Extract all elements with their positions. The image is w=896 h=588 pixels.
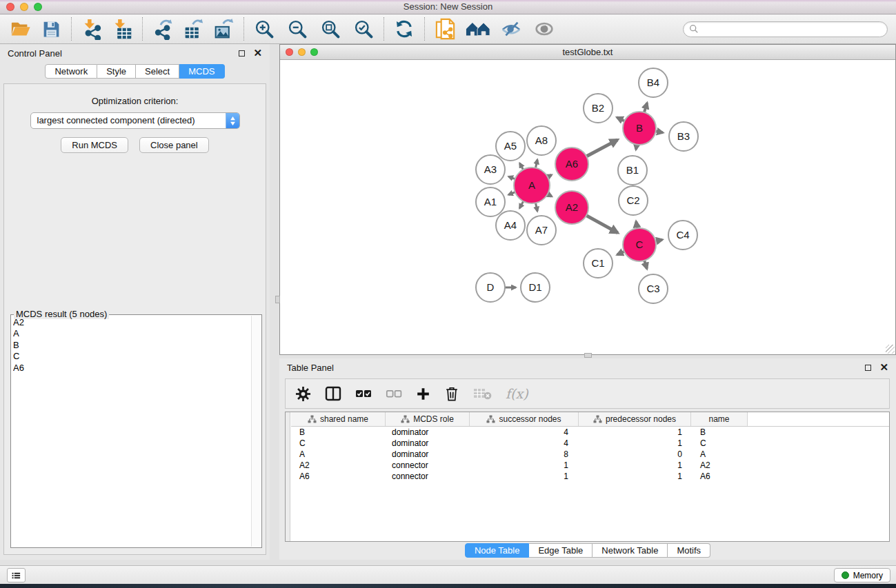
refresh-layout-button[interactable] (392, 17, 417, 41)
result-item[interactable]: A6 (13, 363, 249, 374)
graph-node-C[interactable]: C (623, 228, 656, 261)
column-header-shared-name[interactable]: shared name (291, 412, 386, 426)
run-mcds-button[interactable]: Run MCDS (61, 137, 128, 153)
graph-edge-A6-B[interactable] (585, 140, 617, 157)
export-image-icon (213, 19, 235, 40)
table-row[interactable]: A2 connector 1 1 A2 (291, 460, 889, 471)
graph-node-A8[interactable]: A8 (527, 126, 556, 155)
clone-network-button[interactable] (432, 17, 457, 41)
export-image-button[interactable] (211, 17, 236, 41)
minimize-window-icon[interactable] (20, 3, 28, 11)
tab-network-table[interactable]: Network Table (593, 543, 668, 558)
zoom-fit-icon (320, 19, 341, 40)
status-bar: Memory (0, 565, 896, 584)
graph-node-D[interactable]: D (476, 273, 505, 302)
close-panel-icon[interactable]: ✕ (879, 364, 888, 371)
open-session-button[interactable] (8, 17, 33, 41)
column-layout-button[interactable] (325, 386, 341, 401)
zoom-selected-button[interactable] (351, 17, 376, 41)
network-canvas[interactable]: B4B2BB3A5A8A6A3B1AA1C2A2A4A7C4CC1DD1C3 (280, 60, 895, 354)
column-header-mcds-role[interactable]: MCDS role (386, 412, 470, 426)
zoom-selected-icon (353, 19, 375, 40)
graph-node-B2[interactable]: B2 (584, 94, 613, 123)
table-row[interactable]: A6 connector 1 1 A6 (291, 471, 889, 482)
tab-edge-table[interactable]: Edge Table (529, 543, 593, 558)
graph-node-A6[interactable]: A6 (555, 148, 588, 181)
zoom-in-button[interactable] (252, 17, 277, 41)
import-table-button[interactable] (110, 17, 135, 41)
function-builder-icon[interactable]: f(x) (506, 386, 528, 401)
import-network-button[interactable] (79, 17, 104, 41)
column-header-predecessor-nodes[interactable]: predecessor nodes (579, 412, 691, 426)
graph-node-A5[interactable]: A5 (496, 132, 525, 161)
select-all-button[interactable] (355, 388, 372, 399)
search-input[interactable] (699, 23, 882, 34)
close-panel-button[interactable]: Close panel (139, 137, 209, 153)
splitter-handle[interactable] (584, 353, 592, 358)
deselect-all-button[interactable] (386, 388, 402, 399)
add-column-button[interactable] (416, 387, 430, 401)
graph-node-C3[interactable]: C3 (639, 274, 668, 303)
network-graph[interactable]: B4B2BB3A5A8A6A3B1AA1C2A2A4A7C4CC1DD1C3 (280, 60, 895, 354)
graph-node-label: A3 (484, 163, 497, 175)
hide-network-button[interactable] (499, 17, 524, 41)
tab-mcds[interactable]: MCDS (179, 64, 224, 79)
result-item[interactable]: A (13, 328, 249, 339)
graph-node-A2[interactable]: A2 (555, 191, 588, 224)
result-item[interactable]: C (13, 351, 249, 362)
graph-node-A[interactable]: A (514, 168, 550, 203)
export-network-button[interactable] (150, 17, 175, 41)
export-table-button[interactable] (181, 17, 206, 41)
close-panel-icon[interactable]: ✕ (253, 50, 262, 57)
show-network-button[interactable] (532, 17, 557, 41)
result-scrollbar[interactable] (251, 316, 261, 547)
graph-node-C2[interactable]: C2 (619, 186, 648, 215)
graph-node-C1[interactable]: C1 (584, 249, 613, 278)
float-panel-icon[interactable] (865, 365, 871, 371)
zoom-network-icon[interactable] (310, 48, 318, 56)
close-network-icon[interactable] (286, 48, 293, 56)
graph-node-B4[interactable]: B4 (639, 68, 668, 97)
zoom-fit-button[interactable] (318, 17, 343, 41)
node-table: shared name MCDS role successor nodes pr… (285, 412, 890, 542)
memory-button[interactable]: Memory (834, 568, 890, 582)
save-session-button[interactable] (39, 17, 63, 41)
graph-node-A4[interactable]: A4 (496, 211, 525, 240)
graph-edge-A2-C[interactable] (585, 215, 617, 233)
graph-node-A1[interactable]: A1 (476, 187, 505, 216)
task-history-button[interactable] (7, 568, 26, 582)
table-row[interactable]: B dominator 4 1 B (291, 427, 889, 438)
result-item[interactable]: B (13, 340, 249, 351)
graph-node-A7[interactable]: A7 (527, 216, 556, 245)
gear-button[interactable] (295, 386, 311, 402)
table-row[interactable]: A dominator 8 0 A (291, 449, 889, 460)
column-header-successor-nodes[interactable]: successor nodes (470, 412, 579, 426)
column-header-name[interactable]: name (691, 412, 748, 426)
tab-node-table[interactable]: Node Table (465, 543, 530, 558)
float-panel-icon[interactable] (239, 50, 245, 57)
first-neighbors-button[interactable] (466, 17, 490, 41)
graph-node-B[interactable]: B (623, 112, 656, 145)
graph-node-B3[interactable]: B3 (669, 122, 698, 151)
tab-style[interactable]: Style (97, 64, 136, 79)
close-window-icon[interactable] (6, 3, 14, 11)
minimize-network-icon[interactable] (298, 48, 306, 56)
zoom-out-button[interactable] (285, 17, 310, 41)
graph-node-A3[interactable]: A3 (476, 155, 505, 184)
delete-table-button[interactable] (473, 387, 492, 401)
result-item[interactable]: A2 (13, 317, 249, 328)
zoom-window-icon[interactable] (34, 3, 42, 11)
tab-network[interactable]: Network (45, 64, 97, 79)
table-row[interactable]: C dominator 4 1 C (291, 438, 889, 449)
delete-column-button[interactable] (444, 386, 459, 402)
tab-select[interactable]: Select (136, 64, 179, 79)
graph-node-B1[interactable]: B1 (618, 156, 647, 185)
criterion-dropdown[interactable]: largest connected component (directed) (30, 112, 240, 129)
resize-grip-icon[interactable] (886, 345, 895, 354)
mcds-result-list[interactable]: A2 A B C A6 (13, 317, 249, 545)
tab-motifs[interactable]: Motifs (668, 543, 710, 558)
splitter-handle[interactable] (275, 296, 280, 303)
graph-node-D1[interactable]: D1 (521, 273, 550, 302)
graph-node-C4[interactable]: C4 (668, 221, 697, 250)
search-field[interactable] (683, 21, 888, 37)
